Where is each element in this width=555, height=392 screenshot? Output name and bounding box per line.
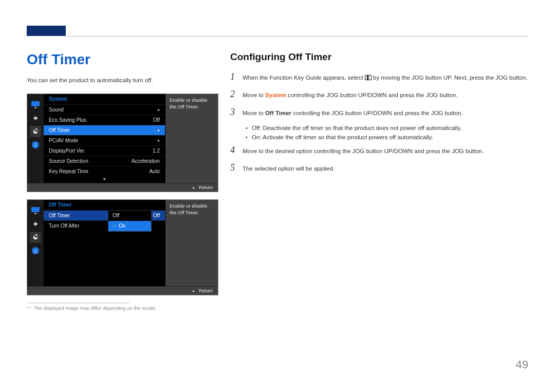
bullet-on-desc: : Activate the off timer so that the pro… [260,134,433,140]
osd-item-label: Eco Saving Plus [49,117,86,123]
svg-rect-7 [34,213,36,214]
osd-item-label: Off Timer [49,213,70,218]
footnote-dash-icon: ― [27,304,32,310]
osd-item-value: Off [153,117,160,123]
osd-tooltip: Enable or disable the Off Timer. [165,200,218,286]
keyword-off: Off [252,125,260,131]
arrow-right-icon: ▸ [158,138,160,143]
osd-row-sound: Sound ▸ [44,104,165,115]
brightness-icon [30,113,41,124]
keyword-on: On [252,134,260,140]
bullet-text: On: Activate the off timer so that the p… [252,134,528,140]
scroll-down-icon: ▾ [44,176,165,183]
svg-point-9 [34,223,36,225]
osd-footer-label: Return [199,288,213,293]
svg-rect-0 [31,101,40,106]
footnote-text: The displayed image may differ depending… [34,305,157,311]
step1-b: by moving the JOG button UP. Next, press… [372,74,527,81]
osd-item-value: Acceleration [132,158,160,164]
osd-menu-title: System [44,94,165,104]
footnote: ―The displayed image may differ dependin… [27,305,222,311]
monitor-icon [30,205,41,216]
osd-item-label: PC/AV Mode [49,138,78,143]
osd-sidebar: i [27,200,44,286]
osd-item-value: Auto [149,169,160,174]
step-number: 3 [230,107,243,117]
step-4: 4 Move to the desired option controlling… [230,145,528,156]
step-2: 2 Move to System controlling the JOG but… [230,89,528,100]
osd-screenshot-system: i System Sound ▸ Eco Saving Plus Off Off… [27,94,218,192]
osd-row-dpver: DisplayPort Ver. 1.2 [44,145,165,156]
bullet-on: • On: Activate the off timer so that the… [243,134,528,140]
step3-a: Move to [243,110,265,116]
osd-popup-options: Off ✓On [108,210,152,232]
intro-text: You can set the product to automatically… [27,77,222,83]
page-title: Off Timer [27,51,222,68]
osd-popup-on: ✓On [108,221,151,231]
step1-a: When the Function Key Guide appears, sel… [243,74,365,81]
osd-menu: System Sound ▸ Eco Saving Plus Off Off T… [44,94,165,183]
step-1: 1 When the Function Key Guide appears, s… [230,72,528,82]
step-3: 3 Move to Off Timer controlling the JOG … [230,107,528,118]
osd-row-source: Source Detection Acceleration [44,156,165,166]
step-text: Move to Off Timer controlling the JOG bu… [243,109,528,118]
arrow-left-icon: ◂ [192,289,194,293]
monitor-icon [30,99,41,110]
info-icon: i [30,139,41,151]
info-icon: i [30,245,41,256]
osd-row-offtimer: Off Timer ▸ [44,125,165,135]
svg-text:i: i [34,142,36,148]
footnote-rule [27,303,130,303]
osd-footer: ◂ Return [27,286,218,295]
osd-item-label: Source Detection [49,158,88,164]
osd-tooltip: Enable or disable the Off Timer. [165,94,218,183]
osd-footer-label: Return [199,185,213,190]
keyword-system: System [265,92,286,98]
step-text: Move to System controlling the JOG butto… [243,91,528,100]
osd-popup-label: On [119,223,125,229]
check-icon: ✓ [113,223,117,229]
step-number: 5 [230,163,243,172]
osd-popup-label: Off [113,213,119,218]
step3-b: controlling the JOG button UP/DOWN and p… [291,110,463,116]
step2-a: Move to [243,92,265,98]
bullet-dot-icon: • [243,125,252,131]
arrow-right-icon: ▸ [158,128,160,133]
osd-item-value: 1.2 [153,148,160,154]
step-number: 2 [230,89,243,99]
osd-row-pcav: PC/AV Mode ▸ [44,135,165,145]
gear-icon [30,232,41,243]
osd-menu-title: Off Timer [44,200,165,210]
osd-item-label: DisplayPort Ver. [49,148,85,154]
step2-b: controlling the JOG button UP/DOWN and p… [286,92,458,98]
section-heading: Configuring Off Timer [230,51,528,63]
page-number: 49 [516,358,528,371]
osd-item-value: Off [153,213,160,218]
option-bullets: • Off: Deactivate the off timer so that … [243,125,528,140]
osd-screenshot-offtimer: i Off Timer Off Timer Off Turn Off After… [27,199,218,295]
step-5: 5 The selected option will be applied. [230,163,528,173]
svg-rect-6 [31,207,40,212]
bullet-dot-icon: • [243,135,252,140]
osd-row-keyrepeat: Key Repeat Time Auto [44,166,165,176]
bullet-off-desc: : Deactivate the off timer so that the p… [260,125,461,131]
step-number: 4 [230,145,243,155]
arrow-left-icon: ◂ [192,185,194,190]
step-text: The selected option will be applied. [243,164,528,173]
svg-rect-1 [34,107,36,108]
bullet-text: Off: Deactivate the off timer so that th… [252,125,528,131]
brightness-icon [30,218,41,230]
gear-icon [30,126,41,137]
osd-item-label: Key Repeat Time [49,169,88,174]
osd-item-label: Sound [49,107,64,113]
keyword-offtimer: Off Timer [265,110,291,116]
osd-footer: ◂ Return [27,183,218,192]
svg-text:i: i [34,248,36,254]
header-accent [27,26,66,36]
osd-popup-off: Off [108,211,151,221]
osd-row-eco: Eco Saving Plus Off [44,115,165,125]
svg-point-3 [34,117,36,119]
bullet-off: • Off: Deactivate the off timer so that … [243,125,528,131]
arrow-right-icon: ▸ [158,107,160,112]
menu-icon [365,75,372,80]
